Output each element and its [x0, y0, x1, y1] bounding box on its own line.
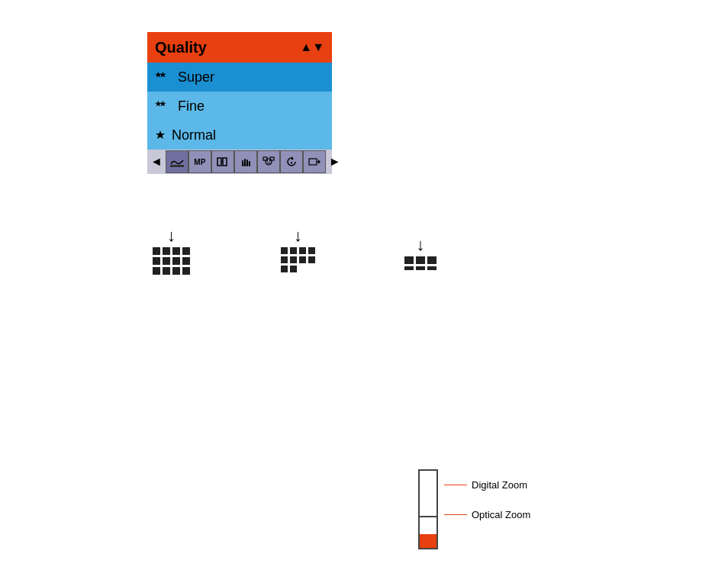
super-download-arrow: ↓ [167, 227, 176, 244]
cell [404, 256, 414, 264]
svg-rect-20 [309, 159, 317, 165]
svg-marker-1 [159, 72, 166, 78]
svg-rect-7 [223, 158, 227, 166]
cell [290, 256, 297, 263]
svg-point-16 [267, 160, 269, 162]
normal-download-arrow: ↓ [417, 237, 425, 253]
cell [182, 247, 190, 255]
toolbar-icon-rotate[interactable] [280, 150, 303, 173]
cell [163, 267, 170, 275]
cell [172, 257, 180, 265]
download-icon-normal: ↓ [404, 237, 436, 270]
quality-toolbar: ◄ MP [147, 150, 332, 174]
zoom-diagram [418, 469, 438, 549]
fine-download-arrow: ↓ [294, 227, 302, 244]
svg-marker-0 [155, 72, 162, 78]
svg-rect-6 [217, 158, 221, 166]
cell [290, 266, 297, 272]
quality-item-normal[interactable]: Normal [147, 121, 332, 150]
svg-point-17 [269, 160, 271, 162]
cell [281, 247, 288, 254]
svg-marker-22 [318, 159, 321, 164]
cell [182, 257, 190, 265]
svg-marker-4 [156, 130, 165, 139]
cell [172, 247, 180, 255]
quality-item-normal-label: Normal [172, 127, 216, 143]
toolbar-icon-transfer[interactable] [303, 150, 326, 173]
cell [308, 247, 315, 254]
super-stars-svg [155, 70, 172, 84]
cell [281, 266, 288, 272]
digital-zoom-text: Digital Zoom [472, 479, 527, 491]
quality-sort-arrows[interactable]: ▲▼ [300, 40, 324, 54]
toolbar-icon-scene[interactable] [166, 150, 188, 173]
zoom-bar [418, 469, 438, 549]
quality-item-super-label: Super [178, 69, 214, 85]
download-icon-super: ↓ [153, 227, 190, 275]
super-star-icon [155, 70, 172, 84]
digital-zoom-line [444, 485, 467, 485]
cell [427, 266, 436, 270]
normal-star-icon [155, 130, 166, 140]
cell [172, 267, 180, 275]
cell [427, 256, 436, 264]
cell [299, 266, 306, 272]
toolbar-icons-row: MP [166, 150, 326, 173]
toolbar-icon-hand[interactable] [234, 150, 257, 173]
cell [416, 266, 425, 270]
toolbar-right-arrow[interactable]: ► [326, 155, 344, 169]
optical-zoom-line [444, 514, 467, 515]
svg-marker-18 [292, 156, 294, 160]
toolbar-icon-stabilize[interactable] [211, 150, 234, 173]
cell [153, 247, 160, 255]
optical-zoom-label-row: Optical Zoom [444, 509, 530, 520]
quality-item-fine[interactable]: Fine [147, 92, 332, 121]
toolbar-icon-mp[interactable]: MP [188, 150, 211, 173]
cell [163, 247, 170, 255]
toolbar-left-arrow[interactable]: ◄ [147, 155, 166, 169]
fine-star-icon [155, 99, 172, 113]
quality-items-list: Super Fine Normal [147, 63, 332, 150]
cell [182, 267, 190, 275]
cell [308, 266, 315, 272]
zoom-divider [420, 516, 436, 517]
cell [299, 247, 306, 254]
optical-zoom-text: Optical Zoom [472, 509, 530, 520]
svg-rect-5 [170, 165, 184, 167]
svg-marker-3 [159, 101, 166, 107]
cell [281, 256, 288, 263]
svg-point-15 [266, 159, 272, 165]
digital-zoom-label-row: Digital Zoom [444, 479, 530, 491]
quality-item-super[interactable]: Super [147, 63, 332, 92]
fine-stars-svg [155, 99, 172, 113]
normal-grid [404, 256, 436, 270]
super-grid [153, 247, 190, 275]
zoom-optical-fill [420, 534, 436, 548]
cell [290, 247, 297, 254]
toolbar-icon-face[interactable] [257, 150, 280, 173]
quality-header: Quality ▲▼ [147, 32, 332, 63]
cell [153, 257, 160, 265]
cell [404, 266, 414, 270]
cell [153, 267, 160, 275]
quality-title: Quality [155, 39, 207, 56]
cell [299, 256, 306, 263]
cell [308, 256, 315, 263]
svg-marker-2 [155, 101, 162, 107]
download-icon-fine: ↓ [281, 227, 315, 272]
quality-item-fine-label: Fine [178, 98, 205, 114]
normal-star-svg [155, 130, 166, 140]
fine-grid [281, 247, 315, 272]
zoom-labels: Digital Zoom Optical Zoom [444, 479, 530, 520]
cell [163, 257, 170, 265]
quality-menu: Quality ▲▼ Super Fine [147, 32, 332, 174]
cell [416, 256, 425, 264]
